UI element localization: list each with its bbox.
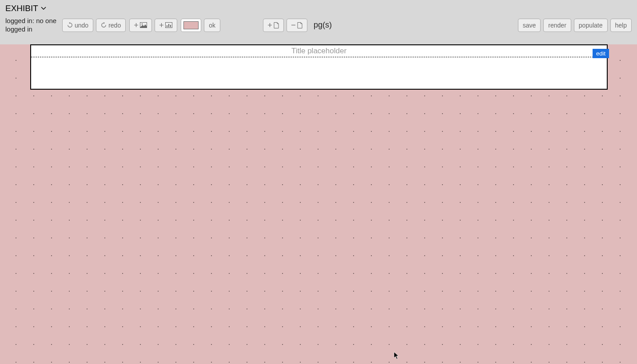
- populate-label: populate: [579, 22, 603, 29]
- color-swatch[interactable]: [181, 19, 201, 32]
- plus-icon: [268, 23, 272, 27]
- pages-label: pg(s): [314, 20, 332, 30]
- redo-icon: [101, 22, 107, 28]
- svg-point-1: [142, 24, 143, 25]
- toolbar: logged in: no one logged in undo redo: [0, 13, 637, 34]
- add-chart-button[interactable]: [155, 19, 177, 32]
- help-label: help: [615, 22, 627, 29]
- edit-button[interactable]: edit: [593, 49, 609, 58]
- page-icon: [297, 22, 303, 28]
- undo-label: undo: [75, 22, 88, 29]
- edit-label: edit: [596, 50, 605, 57]
- app-title: EXHIBIT: [5, 4, 38, 13]
- undo-button[interactable]: undo: [62, 19, 93, 32]
- login-status: logged in: no one logged in: [5, 17, 59, 34]
- plus-icon: [134, 23, 138, 27]
- color-ok-button[interactable]: ok: [204, 19, 220, 32]
- save-button[interactable]: save: [518, 19, 541, 32]
- add-image-button[interactable]: [129, 19, 152, 32]
- plus-icon: [159, 23, 163, 27]
- image-icon: [140, 22, 147, 28]
- remove-page-button[interactable]: [287, 19, 307, 32]
- save-label: save: [523, 22, 536, 29]
- canvas[interactable]: edit: [0, 44, 637, 364]
- color-group: ok: [181, 19, 220, 32]
- history-group: undo redo: [62, 19, 126, 32]
- render-label: render: [548, 22, 566, 29]
- minus-icon: [291, 23, 295, 27]
- cursor-icon: [394, 352, 400, 360]
- pages-group: pg(s): [263, 19, 332, 32]
- app-title-dropdown[interactable]: EXHIBIT: [0, 0, 637, 13]
- help-button[interactable]: help: [610, 19, 632, 32]
- header: EXHIBIT logged in: no one logged in undo…: [0, 0, 637, 44]
- redo-button[interactable]: redo: [96, 19, 126, 32]
- svg-rect-4: [168, 24, 169, 27]
- render-button[interactable]: render: [543, 19, 571, 32]
- widget-title-input[interactable]: [31, 45, 607, 57]
- chart-icon: [165, 22, 172, 28]
- insert-group: [129, 19, 177, 32]
- swatch-preview: [183, 21, 199, 29]
- add-page-button[interactable]: [263, 19, 284, 32]
- undo-icon: [67, 22, 73, 28]
- populate-button[interactable]: populate: [574, 19, 608, 32]
- redo-label: redo: [108, 22, 121, 29]
- caret-down-icon: [41, 7, 46, 10]
- page-icon: [274, 22, 279, 28]
- label-widget[interactable]: edit: [30, 44, 608, 90]
- svg-rect-3: [167, 25, 167, 27]
- actions-group: save render populate help: [518, 19, 632, 32]
- svg-rect-5: [170, 25, 171, 27]
- ok-label: ok: [209, 22, 215, 29]
